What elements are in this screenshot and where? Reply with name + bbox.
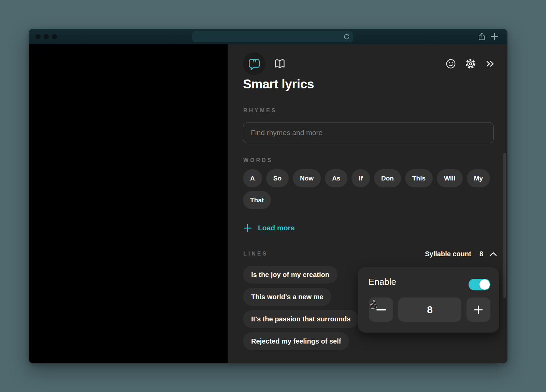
enable-toggle[interactable] (469, 279, 490, 290)
browser-titlebar (29, 29, 507, 44)
window-controls (35, 29, 57, 44)
document-canvas (29, 44, 228, 363)
word-suggestions: A So Now As If Don This Will My (243, 169, 497, 209)
line-pill[interactable]: It's the passion that surrounds (243, 310, 359, 328)
browser-window: ” (29, 29, 507, 363)
word-pill[interactable]: My (467, 169, 490, 187)
line-pill[interactable]: This world's a new me (243, 288, 331, 306)
book-icon (274, 58, 286, 70)
quote-bubble-icon: ” (248, 58, 260, 70)
smiley-icon (445, 58, 456, 69)
line-suggestions: Is the joy of my creation This world's a… (243, 266, 359, 354)
tab-smart-lyrics[interactable]: ” (243, 53, 265, 75)
plus-icon (243, 223, 252, 233)
panel-scrollbar[interactable] (503, 153, 506, 298)
double-chevron-right-icon (485, 58, 496, 69)
panel-actions (443, 56, 498, 71)
svg-text:”: ” (252, 58, 256, 68)
word-pill[interactable]: A (243, 169, 262, 187)
word-pill[interactable]: That (243, 191, 271, 209)
close-button[interactable] (35, 34, 41, 39)
syllable-count-control[interactable]: Syllable count 8 (425, 250, 497, 258)
fullscreen-button[interactable] (52, 34, 57, 39)
line-pill[interactable]: Is the joy of my creation (243, 266, 337, 284)
word-pill[interactable]: Don (374, 169, 401, 187)
rhymes-section-label: RHYMES (243, 107, 277, 114)
load-more-label: Load more (258, 224, 294, 232)
increment-button[interactable] (466, 297, 490, 322)
load-more-button[interactable]: Load more (243, 222, 294, 234)
plus-icon (473, 305, 484, 315)
syllable-stepper-value: 8 (398, 297, 461, 322)
enable-label: Enable (369, 277, 396, 287)
syllable-count-value: 8 (479, 250, 483, 258)
lines-section-label: LINES (243, 251, 268, 257)
share-icon[interactable] (477, 32, 486, 41)
gear-icon (465, 58, 476, 70)
smart-lyrics-panel: ” (228, 44, 507, 363)
reload-icon[interactable] (343, 33, 350, 40)
word-pill[interactable]: As (325, 169, 347, 187)
feedback-button[interactable] (443, 56, 458, 71)
word-pill[interactable]: Now (293, 169, 321, 187)
decrement-button[interactable] (369, 297, 393, 322)
settings-button[interactable] (463, 56, 478, 71)
words-section-label: WORDS (243, 157, 273, 163)
lines-header: LINES Syllable count 8 (243, 248, 497, 259)
chevron-up-icon[interactable] (489, 251, 497, 257)
address-bar[interactable] (192, 31, 353, 42)
titlebar-actions (477, 29, 499, 44)
rhyme-search-input[interactable] (243, 122, 494, 143)
toggle-knob (479, 279, 490, 290)
word-pill[interactable]: So (266, 169, 289, 187)
page-title: Smart lyrics (243, 77, 314, 91)
word-pill[interactable]: If (351, 169, 370, 187)
minus-icon (376, 309, 386, 310)
word-pill[interactable]: This (405, 169, 433, 187)
line-pill[interactable]: Rejected my feelings of self (243, 332, 349, 350)
syllable-count-label: Syllable count (425, 250, 471, 258)
tab-dictionary[interactable] (272, 56, 287, 71)
syllable-count-popup: Enable 8 ☝ (358, 267, 499, 333)
minimize-button[interactable] (44, 34, 49, 39)
word-pill[interactable]: Will (437, 169, 463, 187)
syllable-stepper: 8 (369, 297, 490, 322)
collapse-panel-button[interactable] (483, 56, 498, 71)
new-tab-icon[interactable] (490, 32, 499, 41)
